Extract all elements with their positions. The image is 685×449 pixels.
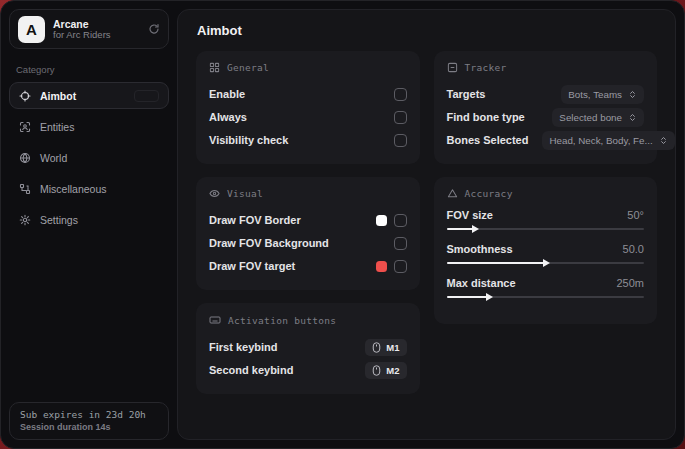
setting-label: Always	[209, 111, 247, 123]
draw-fov-target-checkbox[interactable]	[394, 260, 407, 273]
setting-label: Visibility check	[209, 134, 288, 146]
targets-dropdown[interactable]: Bots, Teams	[561, 85, 644, 104]
right-column: Tracker Targets Bots, Teams	[434, 51, 658, 324]
setting-label: First keybind	[209, 341, 277, 353]
chevrons-up-down-icon	[628, 90, 637, 99]
session-duration-text: Session duration 14s	[20, 422, 158, 432]
fov-target-color-swatch[interactable]	[376, 261, 387, 272]
keybind-value: M2	[386, 365, 399, 376]
setting-row-find-bone-type: Find bone type Selected bone	[447, 106, 645, 128]
slider-fill	[447, 262, 546, 264]
smoothness-value: 50.0	[623, 243, 644, 255]
sidebar-nav: Aimbot Entities	[9, 82, 169, 233]
eye-icon	[209, 188, 220, 199]
focus-box-icon	[447, 62, 458, 73]
accuracy-card: Accuracy FOV size 50°	[434, 177, 658, 324]
fov-size-setting: FOV size 50°	[447, 209, 645, 230]
triangle-icon	[447, 188, 458, 199]
sidebar-item-label: Entities	[40, 121, 74, 133]
mouse-icon	[372, 342, 381, 353]
sidebar-item-label: Aimbot	[40, 90, 76, 102]
sidebar-item-label: World	[40, 152, 67, 164]
fov-size-slider[interactable]	[447, 228, 645, 230]
bones-selected-dropdown[interactable]: Head, Neck, Body, Fe...	[542, 131, 674, 150]
fov-border-color-swatch[interactable]	[376, 215, 387, 226]
setting-label: FOV size	[447, 209, 493, 221]
sidebar-item-settings[interactable]: Settings	[9, 206, 169, 233]
sidebar-item-world[interactable]: World	[9, 144, 169, 171]
always-checkbox[interactable]	[394, 111, 407, 124]
gear-icon	[19, 214, 31, 226]
max-distance-slider[interactable]	[447, 296, 645, 298]
setting-row-second-keybind: Second keybind M2	[209, 359, 407, 381]
sidebar: A Arcane for Arc Riders Category	[1, 1, 177, 448]
app-logo: A	[18, 16, 45, 43]
general-card: General Enable Always	[196, 51, 420, 164]
slider-thumb[interactable]	[543, 259, 550, 267]
sidebar-item-label: Settings	[40, 214, 78, 226]
page-title: Aimbot	[197, 23, 657, 38]
smoothness-slider[interactable]	[447, 262, 645, 264]
desktop-background: A Arcane for Arc Riders Category	[0, 0, 685, 449]
max-distance-setting: Max distance 250m	[447, 277, 645, 298]
setting-label: Bones Selected	[447, 134, 529, 146]
mouse-icon	[372, 365, 381, 376]
globe-icon	[19, 152, 31, 164]
dropdown-value: Selected bone	[559, 112, 622, 123]
slider-fill	[447, 296, 488, 298]
main-panel: Aimbot General	[177, 9, 676, 440]
slider-fill	[447, 228, 475, 230]
slider-thumb[interactable]	[486, 293, 493, 301]
card-title: Activation buttons	[228, 315, 336, 326]
brand-card: A Arcane for Arc Riders	[9, 9, 169, 49]
smoothness-setting: Smoothness 50.0	[447, 243, 645, 264]
entities-scan-icon	[19, 121, 31, 133]
keybind-value: M1	[386, 342, 399, 353]
dropdown-value: Bots, Teams	[568, 89, 622, 100]
setting-label: Draw FOV target	[209, 260, 295, 272]
slider-thumb[interactable]	[472, 225, 479, 233]
setting-label: Max distance	[447, 277, 516, 289]
setting-row-first-keybind: First keybind M1	[209, 336, 407, 358]
setting-row-visibility-check: Visibility check	[209, 129, 407, 151]
app-title: Arcane	[53, 18, 140, 30]
setting-row-always: Always	[209, 106, 407, 128]
visual-card: Visual Draw FOV Border Draw FOV Backgrou…	[196, 177, 420, 290]
visibility-check-checkbox[interactable]	[394, 134, 407, 147]
card-title: General	[227, 62, 269, 73]
sidebar-item-miscellaneous[interactable]: Miscellaneous	[9, 175, 169, 202]
brand-text: Arcane for Arc Riders	[53, 18, 140, 41]
card-title: Accuracy	[465, 188, 513, 199]
app-window: A Arcane for Arc Riders Category	[0, 0, 685, 449]
setting-row-draw-fov-border: Draw FOV Border	[209, 209, 407, 231]
left-column: General Enable Always	[196, 51, 420, 394]
sub-expiry-text: Sub expires in 23d 20h	[20, 409, 158, 420]
enable-checkbox[interactable]	[394, 88, 407, 101]
first-keybind-button[interactable]: M1	[365, 339, 406, 356]
find-bone-type-dropdown[interactable]: Selected bone	[552, 108, 644, 127]
second-keybind-button[interactable]: M2	[365, 362, 406, 379]
setting-label: Draw FOV Background	[209, 237, 329, 249]
nav-keybind-placeholder	[134, 90, 159, 102]
setting-row-draw-fov-background: Draw FOV Background	[209, 232, 407, 254]
grid-icon	[209, 62, 220, 73]
setting-row-bones-selected: Bones Selected Head, Neck, Body, Fe...	[447, 129, 645, 151]
max-distance-value: 250m	[616, 277, 644, 289]
dropdown-value: Head, Neck, Body, Fe...	[549, 135, 652, 146]
sidebar-item-aimbot[interactable]: Aimbot	[9, 82, 169, 109]
crosshair-icon	[19, 90, 31, 102]
activation-buttons-card: Activation buttons First keybind	[196, 303, 420, 394]
chevrons-up-down-icon	[628, 113, 637, 122]
sync-icon[interactable]	[148, 23, 160, 35]
setting-row-draw-fov-target: Draw FOV target	[209, 255, 407, 277]
cursor-artifact	[0, 440, 9, 449]
app-subtitle: for Arc Riders	[53, 30, 140, 41]
draw-fov-border-checkbox[interactable]	[394, 214, 407, 227]
draw-fov-background-checkbox[interactable]	[394, 237, 407, 250]
sidebar-item-entities[interactable]: Entities	[9, 113, 169, 140]
setting-label: Second keybind	[209, 364, 293, 376]
card-title: Visual	[227, 188, 263, 199]
keyboard-icon	[209, 314, 221, 326]
setting-label: Enable	[209, 88, 245, 100]
setting-row-enable: Enable	[209, 83, 407, 105]
